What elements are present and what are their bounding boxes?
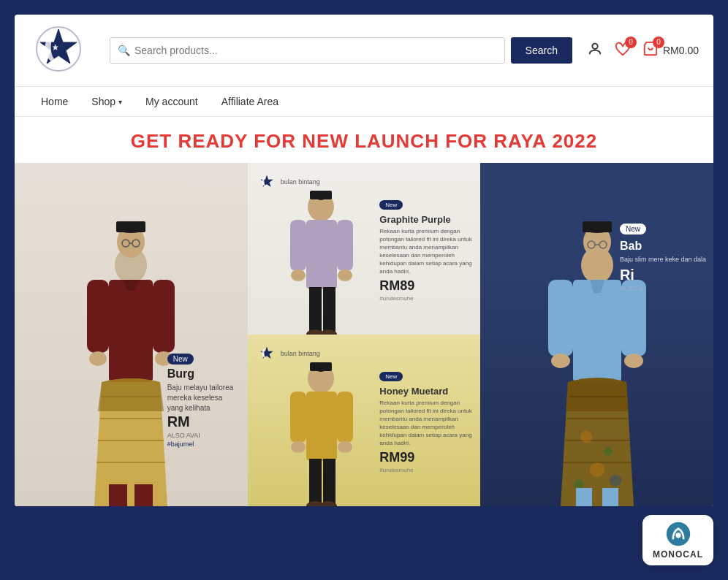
cart-icon-wrap: 0 [642,41,659,61]
product-name-left: Burg [167,367,240,381]
svg-rect-33 [323,287,335,335]
mid-top-panel: bulan bintang [248,163,481,335]
search-icon: 🔍 [118,45,130,56]
svg-point-70 [610,475,621,486]
product-hashtag-left: #bajumel [167,440,240,448]
svg-point-61 [624,354,643,368]
right-panel: New Bab Baju slim mere keke dan dala Ri … [480,163,713,506]
site-header: 🔍 Search 0 [15,15,713,87]
svg-rect-46 [323,459,335,506]
mid-bottom-panel: bulan bintang [248,335,481,506]
svg-rect-13 [87,280,109,353]
right-product-tag: New [620,224,646,234]
chevron-down-icon: ▾ [118,98,122,106]
gallery-middle-top[interactable]: bulan bintang [248,163,481,335]
gallery-middle-bottom[interactable]: bulan bintang [248,335,481,506]
right-product-info: New Bab Baju slim mere keke dan dala Ri … [620,221,706,301]
cart-badge: 0 [653,37,664,48]
svg-rect-29 [337,220,353,271]
svg-point-68 [590,462,604,477]
svg-rect-7 [116,221,145,232]
svg-point-69 [574,479,584,489]
mid-bottom-tag: New [379,371,403,381]
right-product-price: Ri [620,267,706,283]
mid-top-desc: Rekaan kurta premium dengan potongan tai… [379,226,474,275]
svg-point-44 [338,441,352,453]
mid-bottom-hashtag: #urulasmuhe [379,467,474,473]
monocal-name: MONOCAL [653,549,703,560]
svg-point-74 [675,533,680,538]
search-area: 🔍 Search [110,37,572,64]
search-button[interactable]: Search [511,37,572,64]
svg-rect-22 [134,484,153,506]
svg-rect-21 [109,484,127,506]
mid-top-hashtag: #urulasmuhe [379,295,474,302]
banner-title: GET READY FOR NEW LAUNCH FOR RAYA 2022 [29,130,699,153]
cart-amount: RM0.00 [663,45,699,56]
main-nav: Home Shop ▾ My account Affiliate Area [15,87,713,117]
account-icon [587,41,603,57]
site-logo [29,23,88,75]
product-new-tag: New [167,354,194,365]
monocal-badge: MONOCAL [642,515,713,565]
svg-rect-32 [309,287,322,335]
account-button[interactable] [587,41,603,61]
svg-rect-72 [602,488,618,506]
product-gallery: New Burg Baju melayu tailorea mereka kes… [15,163,713,506]
mid-top-name: Graphite Purple [379,213,474,224]
svg-rect-11 [109,280,153,382]
right-product-hashtag: #baju [620,294,706,301]
logo-area[interactable] [29,23,95,77]
mid-top-product-info: New Graphite Purple Rekaan kurta premium… [379,196,474,301]
svg-point-67 [604,447,613,456]
svg-point-31 [338,270,352,281]
left-panel: New Burg Baju melayu tailorea mereka kes… [15,163,248,506]
header-icons: 0 0 RM0.00 [587,41,699,61]
mid-bottom-desc: Rekaan kurta premium dengan potongan tai… [379,398,474,447]
nav-home[interactable]: Home [29,87,80,116]
wishlist-badge: 0 [625,37,637,48]
right-product-desc: Baju slim mere keke dan dala [620,255,706,264]
promo-banner: GET READY FOR NEW LAUNCH FOR RAYA 2022 [15,117,713,163]
svg-rect-26 [310,191,332,199]
search-input[interactable] [134,39,497,62]
site-container: 🔍 Search 0 [15,15,713,506]
svg-rect-40 [306,392,337,461]
svg-rect-52 [583,221,612,232]
svg-point-43 [291,441,306,453]
svg-point-30 [291,270,306,281]
product-price-left: RM [167,413,240,430]
svg-rect-39 [310,362,332,371]
left-product-info: New Burg Baju melayu tailorea mereka kes… [167,351,240,448]
left-figure [29,178,233,506]
gallery-middle: bulan bintang [248,163,481,506]
svg-rect-14 [153,280,175,353]
svg-point-66 [580,431,592,443]
mid-bottom-name: Honey Muetard [379,385,474,396]
search-input-wrap[interactable]: 🔍 [110,37,505,64]
product-desc-left: Baju melayu tailorea mereka keselesa yan… [167,383,240,413]
product-also-left: ALSO AVAI [167,432,240,439]
nav-shop[interactable]: Shop ▾ [80,87,134,116]
right-product-also: ALSO A [620,285,706,292]
nav-affiliate-area[interactable]: Affiliate Area [210,87,290,116]
svg-rect-27 [306,220,337,289]
nav-my-account[interactable]: My account [134,87,210,116]
cart-button[interactable]: 0 RM0.00 [642,41,699,61]
mid-bottom-product-info: New Honey Muetard Rekaan kurta premium d… [379,367,474,473]
mid-top-tag: New [379,199,403,209]
mid-top-price: RM89 [379,278,474,294]
svg-point-15 [89,351,107,366]
svg-rect-45 [309,459,322,506]
svg-rect-58 [548,280,573,356]
svg-rect-42 [337,392,353,443]
page-wrapper: 🔍 Search 0 [0,0,728,580]
wishlist-button[interactable]: 0 [615,41,631,61]
gallery-right[interactable]: New Bab Baju slim mere keke dan dala Ri … [480,163,713,506]
svg-rect-56 [573,280,621,382]
gallery-left[interactable]: New Burg Baju melayu tailorea mereka kes… [15,163,248,506]
svg-rect-41 [290,392,306,443]
monocal-logo-icon [665,521,691,547]
svg-rect-71 [576,488,592,506]
svg-rect-28 [290,220,306,271]
